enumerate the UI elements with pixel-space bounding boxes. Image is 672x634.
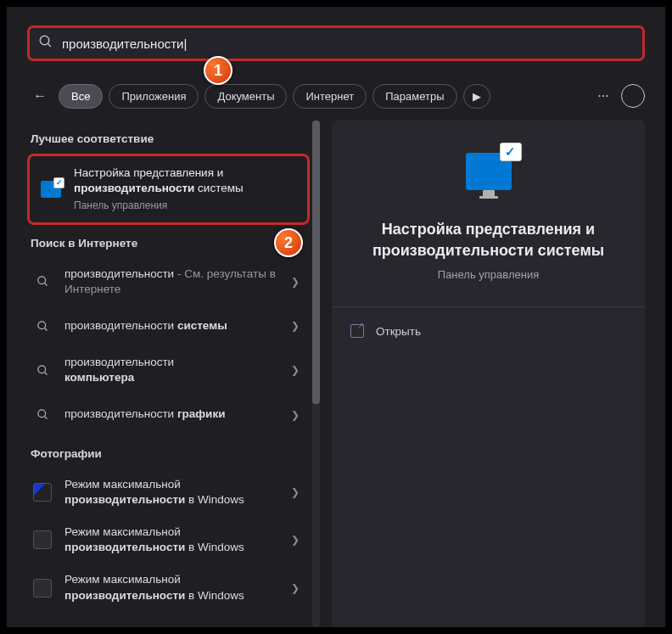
preview-subtitle: Панель управления xyxy=(438,268,539,281)
search-icon xyxy=(31,403,54,427)
svg-point-4 xyxy=(37,321,45,328)
tab-parameters[interactable]: Параметры xyxy=(372,84,456,109)
web-result-2[interactable]: производительности системы ❯ xyxy=(27,306,310,346)
annotation-badge-1: 1 xyxy=(204,56,232,85)
open-icon xyxy=(350,324,364,338)
web-result-3[interactable]: производительности компьютера ❯ xyxy=(27,346,310,394)
tab-all[interactable]: Все xyxy=(59,84,103,109)
svg-point-0 xyxy=(40,36,49,45)
tab-documents[interactable]: Документы xyxy=(204,84,287,109)
chevron-right-icon: ❯ xyxy=(291,409,303,421)
more-menu[interactable]: ··· xyxy=(591,84,615,108)
chevron-right-icon: ❯ xyxy=(291,320,303,332)
photo-result-1[interactable]: Режим максимальнойпроизводительности в W… xyxy=(27,468,310,516)
scroll-thumb[interactable] xyxy=(312,121,320,404)
section-photos: Фотографии xyxy=(27,435,320,468)
preview-panel: ✓ Настройка представления и производител… xyxy=(332,121,645,627)
results-column: Лучшее соответствие ✓ Настройка представ… xyxy=(27,121,320,627)
svg-line-9 xyxy=(44,416,47,418)
svg-point-8 xyxy=(37,410,45,418)
performance-settings-icon-large: ✓ xyxy=(466,153,512,190)
photo-thumbnail-icon xyxy=(31,528,54,552)
tab-apps[interactable]: Приложения xyxy=(109,84,199,109)
search-input[interactable]: производительности| xyxy=(53,36,634,51)
photo-thumbnail-icon xyxy=(31,576,54,600)
svg-line-3 xyxy=(44,283,47,286)
back-button[interactable]: ← xyxy=(27,83,53,109)
web-result-4[interactable]: производительности графики ❯ xyxy=(27,395,310,435)
tab-internet[interactable]: Интернет xyxy=(293,84,367,109)
search-box[interactable]: производительности| xyxy=(27,25,645,61)
web-result-1[interactable]: производительности - См. результаты в Ин… xyxy=(27,258,310,306)
chevron-right-icon: ❯ xyxy=(291,582,303,594)
svg-point-2 xyxy=(37,277,45,284)
preview-title: Настройка представления и производительн… xyxy=(332,219,645,261)
chevron-right-icon: ❯ xyxy=(291,486,303,498)
chevron-right-icon: ❯ xyxy=(291,534,303,546)
svg-line-5 xyxy=(44,328,47,330)
photo-thumbnail-icon xyxy=(31,480,54,504)
search-icon xyxy=(38,34,53,53)
tab-more-play[interactable]: ▶ xyxy=(463,84,490,109)
search-icon xyxy=(31,314,54,338)
svg-line-7 xyxy=(44,372,47,374)
section-best-match: Лучшее соответствие xyxy=(27,121,320,154)
performance-settings-icon: ✓ xyxy=(38,177,64,202)
scrollbar[interactable] xyxy=(312,121,320,627)
search-icon xyxy=(31,270,54,294)
photo-result-3[interactable]: Режим максимальнойпроизводительности в W… xyxy=(27,564,310,611)
filter-tabs: ← Все Приложения Документы Интернет Пара… xyxy=(27,83,645,121)
account-avatar[interactable] xyxy=(621,84,645,108)
svg-point-6 xyxy=(37,366,45,373)
best-match-result[interactable]: ✓ Настройка представления и производител… xyxy=(27,154,310,225)
photo-result-2[interactable]: Режим максимальнойпроизводительности в W… xyxy=(27,516,310,564)
chevron-right-icon: ❯ xyxy=(291,364,303,376)
best-match-text: Настройка представления и производительн… xyxy=(74,166,299,213)
open-action[interactable]: Открыть xyxy=(332,306,645,355)
annotation-badge-2: 2 xyxy=(274,228,303,257)
open-label: Открыть xyxy=(376,325,421,338)
search-icon xyxy=(31,358,54,382)
svg-line-1 xyxy=(48,43,51,47)
chevron-right-icon: ❯ xyxy=(291,276,303,288)
